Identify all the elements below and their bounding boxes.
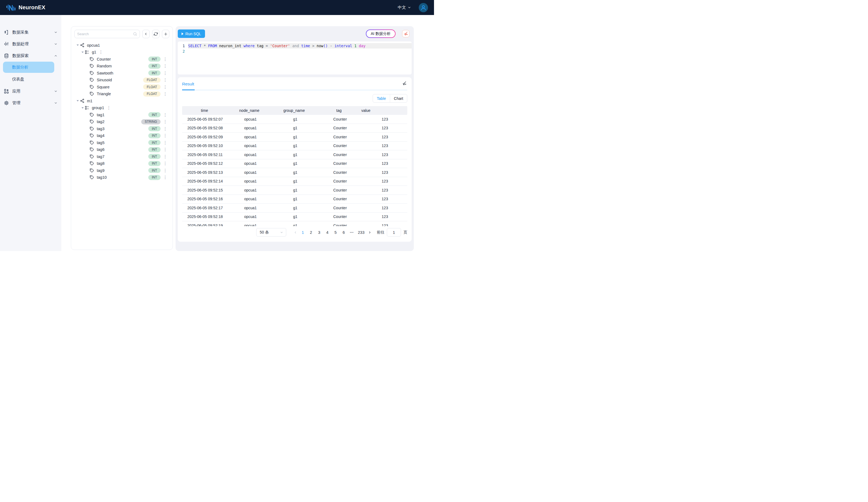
- cell-group-name: g1: [273, 170, 318, 174]
- cell-node-name: opcua1: [228, 161, 273, 165]
- kebab-menu-icon[interactable]: ⋮: [161, 175, 169, 180]
- page-size-select[interactable]: 50 条: [256, 228, 286, 237]
- tab-result[interactable]: Result: [182, 82, 194, 87]
- kebab-menu-icon[interactable]: ⋮: [161, 112, 169, 117]
- table-row[interactable]: 2025-06-05 09:52:16 opcua1 g1 Counter 12…: [182, 195, 407, 204]
- tree-row[interactable]: Random INT ⋮: [74, 63, 169, 70]
- kebab-menu-icon[interactable]: ⋮: [97, 50, 105, 54]
- page-number[interactable]: 4: [324, 230, 331, 235]
- goto-page-input[interactable]: [387, 228, 401, 237]
- page-number[interactable]: 6: [341, 230, 347, 235]
- tree-row[interactable]: tag6 INT ⋮: [74, 146, 169, 153]
- page-number[interactable]: 5: [332, 230, 339, 235]
- kebab-menu-icon[interactable]: ⋮: [161, 84, 169, 90]
- tree-expand-caret[interactable]: [75, 44, 80, 46]
- tree-row[interactable]: tag8 INT ⋮: [74, 160, 169, 167]
- refresh-button[interactable]: [152, 30, 159, 38]
- tree-row[interactable]: group1 ⋮: [74, 104, 169, 112]
- clear-sql-button[interactable]: [402, 30, 410, 37]
- tree-row[interactable]: opcua1 ⋮: [74, 42, 169, 49]
- tree-row[interactable]: g1 ⋮: [74, 49, 169, 56]
- kebab-menu-icon[interactable]: ⋮: [161, 126, 169, 131]
- sidebar-item-management[interactable]: 管理: [0, 97, 61, 109]
- kebab-menu-icon[interactable]: ⋮: [161, 168, 169, 173]
- table-row[interactable]: 2025-06-05 09:52:12 opcua1 g1 Counter 12…: [182, 159, 407, 168]
- tree-expand-caret[interactable]: [80, 107, 85, 109]
- kebab-menu-icon[interactable]: ⋮: [161, 78, 169, 82]
- kebab-menu-icon[interactable]: ⋮: [161, 57, 169, 62]
- sidebar-item-data-processing[interactable]: 数据处理: [0, 38, 61, 50]
- tree-row[interactable]: Sinusoid FLOAT ⋮: [74, 77, 169, 84]
- table-row[interactable]: 2025-06-05 09:52:11 opcua1 g1 Counter 12…: [182, 150, 407, 159]
- tree-row[interactable]: tag2 STRING ⋮: [74, 118, 169, 126]
- next-page-button[interactable]: [366, 231, 373, 234]
- cell-node-name: opcua1: [228, 223, 273, 226]
- table-row[interactable]: 2025-06-05 09:52:17 opcua1 g1 Counter 12…: [182, 203, 407, 212]
- tag-icon: [90, 127, 95, 131]
- tree-row[interactable]: Sawtooth INT ⋮: [74, 70, 169, 77]
- sidebar-item-applications[interactable]: 应用: [0, 86, 61, 97]
- tree-row[interactable]: tag7 INT ⋮: [74, 153, 169, 160]
- kebab-menu-icon[interactable]: ⋮: [161, 63, 169, 69]
- cell-time: 2025-06-05 09:52:13: [182, 170, 228, 174]
- language-selector[interactable]: 中文: [398, 5, 411, 10]
- tree-row[interactable]: tag5 INT ⋮: [74, 139, 169, 146]
- tree-row[interactable]: tag1 INT ⋮: [74, 111, 169, 118]
- table-row[interactable]: 2025-06-05 09:52:15 opcua1 g1 Counter 12…: [182, 186, 407, 195]
- view-table-button[interactable]: Table: [373, 94, 390, 102]
- tree-expand-caret[interactable]: [75, 100, 80, 101]
- sidebar-item-dashboard[interactable]: 仪表盘: [0, 74, 61, 85]
- tree-row[interactable]: Counter INT ⋮: [74, 56, 169, 63]
- tree-row[interactable]: Triangle FLOAT ⋮: [74, 91, 169, 98]
- manage-icon: [4, 100, 9, 106]
- table-row[interactable]: 2025-06-05 09:52:13 opcua1 g1 Counter 12…: [182, 168, 407, 177]
- tree-row[interactable]: tag9 INT ⋮: [74, 167, 169, 174]
- add-button[interactable]: [162, 30, 169, 38]
- table-row[interactable]: 2025-06-05 09:52:09 opcua1 g1 Counter 12…: [182, 133, 407, 142]
- table-row[interactable]: 2025-06-05 09:52:08 opcua1 g1 Counter 12…: [182, 124, 407, 133]
- kebab-menu-icon[interactable]: ⋮: [161, 147, 169, 152]
- kebab-menu-icon[interactable]: ⋮: [161, 154, 169, 159]
- tree-search[interactable]: [74, 30, 140, 38]
- search-input[interactable]: [77, 32, 133, 36]
- cell-value: 123: [363, 126, 407, 130]
- table-row[interactable]: 2025-06-05 09:52:14 opcua1 g1 Counter 12…: [182, 177, 407, 186]
- cell-value: 123: [363, 223, 407, 226]
- kebab-menu-icon[interactable]: ⋮: [161, 133, 169, 138]
- page-number[interactable]: 3: [316, 230, 322, 235]
- tree-row[interactable]: m1 ⋮: [74, 97, 169, 104]
- table-row[interactable]: 2025-06-05 09:52:07 opcua1 g1 Counter 12…: [182, 115, 407, 124]
- cell-tag: Counter: [318, 179, 362, 183]
- kebab-menu-icon[interactable]: ⋮: [161, 140, 169, 145]
- page-number[interactable]: 2: [308, 230, 314, 235]
- table-row[interactable]: 2025-06-05 09:52:19 opcua1 g1 Counter 12…: [182, 221, 407, 226]
- sidebar-item-data-exploration[interactable]: 数据探索: [0, 50, 61, 62]
- kebab-menu-icon[interactable]: ⋮: [161, 161, 169, 166]
- page-number[interactable]: 233: [357, 230, 365, 235]
- kebab-menu-icon[interactable]: ⋮: [161, 71, 169, 76]
- ai-analysis-button[interactable]: AI 数据分析: [366, 29, 395, 38]
- kebab-menu-icon[interactable]: ⋮: [161, 91, 169, 96]
- tree-row[interactable]: Square FLOAT ⋮: [74, 83, 169, 91]
- data-type-badge: STRING: [141, 119, 161, 124]
- prev-page-button[interactable]: [292, 231, 299, 234]
- sidebar-item-data-collection[interactable]: 数据采集: [0, 27, 61, 38]
- tree-row[interactable]: tag10 INT ⋮: [74, 174, 169, 181]
- tree-row[interactable]: tag3 INT ⋮: [74, 125, 169, 132]
- page-number[interactable]: 1: [300, 230, 306, 235]
- clear-result-button[interactable]: [402, 81, 407, 86]
- kebab-menu-icon[interactable]: ⋮: [161, 119, 169, 124]
- page-number[interactable]: •••: [349, 231, 355, 234]
- tree-row[interactable]: tag4 INT ⋮: [74, 132, 169, 139]
- collapse-panel-button[interactable]: [142, 30, 150, 38]
- table-row[interactable]: 2025-06-05 09:52:10 opcua1 g1 Counter 12…: [182, 142, 407, 151]
- user-avatar[interactable]: [419, 3, 428, 12]
- view-chart-button[interactable]: Chart: [390, 94, 407, 102]
- tree-node-label: tag9: [97, 168, 104, 173]
- sql-editor[interactable]: 1 SELECT * FROM neuron_int where tag = '…: [178, 41, 412, 74]
- run-sql-button[interactable]: Run SQL: [178, 29, 205, 38]
- table-row[interactable]: 2025-06-05 09:52:18 opcua1 g1 Counter 12…: [182, 212, 407, 222]
- kebab-menu-icon[interactable]: ⋮: [105, 105, 113, 110]
- sidebar-item-data-analysis[interactable]: 数据分析: [3, 62, 54, 73]
- tree-expand-caret[interactable]: [80, 52, 85, 53]
